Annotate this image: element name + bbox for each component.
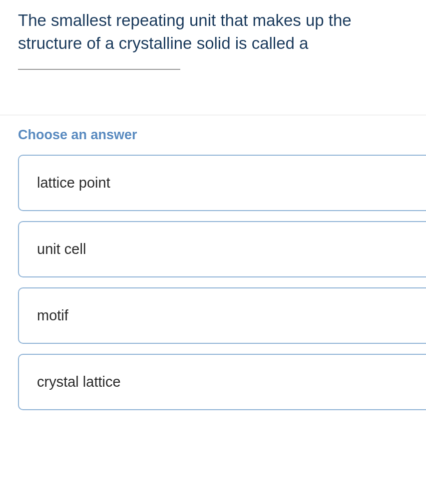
answer-option-label: unit cell [37,241,86,257]
answer-option-3[interactable]: crystal lattice [18,354,426,410]
fill-in-blank-line [18,69,180,70]
answer-section: Choose an answer lattice point unit cell… [0,115,426,432]
answer-option-2[interactable]: motif [18,287,426,344]
answer-option-label: motif [37,307,68,323]
answer-option-0[interactable]: lattice point [18,155,426,211]
question-section: The smallest repeating unit that makes u… [0,0,426,115]
answer-option-1[interactable]: unit cell [18,221,426,277]
answer-prompt: Choose an answer [18,127,426,143]
question-text: The smallest repeating unit that makes u… [18,9,408,55]
answer-option-label: lattice point [37,175,110,191]
answer-option-label: crystal lattice [37,374,121,390]
